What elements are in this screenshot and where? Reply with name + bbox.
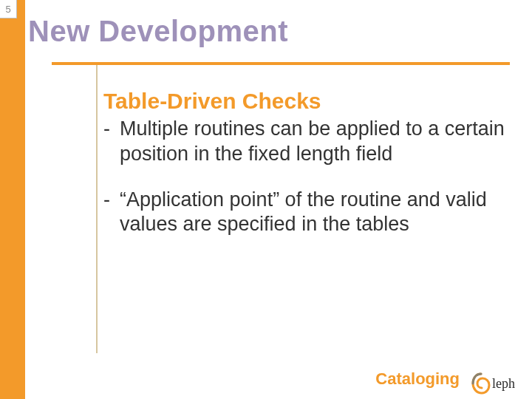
bullet-dash: -: [103, 117, 120, 167]
slide-title: New Development: [28, 15, 288, 48]
left-accent-bar: [0, 0, 25, 399]
slide-number: 5: [5, 4, 10, 15]
bullet-text: Multiple routines can be applied to a ce…: [120, 117, 510, 167]
bullet-text: “Application point” of the routine and v…: [120, 188, 510, 238]
slide-number-box: 5: [0, 0, 17, 18]
body-content: Table-Driven Checks - Multiple routines …: [103, 89, 510, 258]
footer-label: Cataloging: [375, 369, 460, 389]
aleph-logo-text: leph: [492, 372, 515, 395]
slide: 5 New Development Table-Driven Checks - …: [0, 0, 532, 399]
vertical-rule: [96, 65, 98, 353]
bullet-dash: -: [103, 188, 120, 238]
bullet-2: - “Application point” of the routine and…: [103, 188, 510, 238]
heading-underline: [52, 62, 510, 65]
subheading: Table-Driven Checks: [103, 89, 510, 114]
bullet-1: - Multiple routines can be applied to a …: [103, 117, 510, 167]
aleph-logo: leph: [471, 365, 525, 395]
aleph-swirl-icon: [471, 372, 491, 395]
